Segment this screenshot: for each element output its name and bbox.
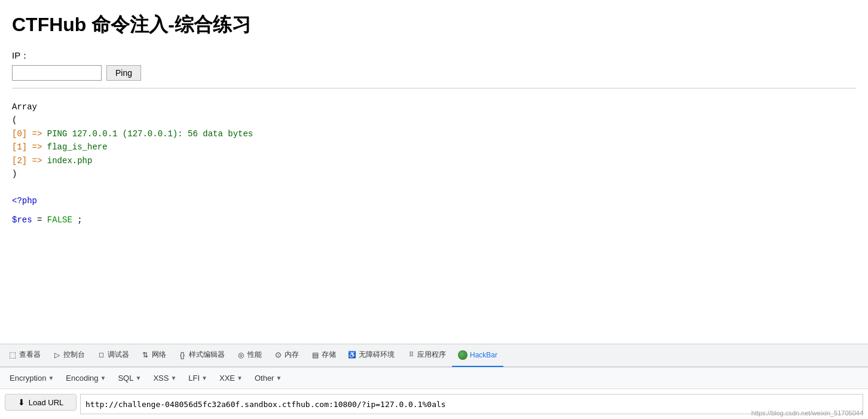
ip-label: IP： bbox=[12, 50, 856, 62]
index-1-key: [1] => bbox=[12, 142, 47, 152]
index-2-val: index.php bbox=[47, 156, 93, 166]
open-paren: ( bbox=[12, 115, 17, 125]
output-line-6: ) bbox=[12, 167, 856, 181]
page-title: CTFHub 命令注入-综合练习 bbox=[12, 12, 856, 38]
output-line-1: Array bbox=[12, 100, 856, 114]
output-line-5: [2] => index.php bbox=[12, 154, 856, 167]
php-section: <?php $res = FALSE ; bbox=[12, 196, 856, 225]
php-res-var: $res bbox=[12, 215, 32, 225]
index-0-val: PING 127.0.0.1 (127.0.0.1): 56 data byte… bbox=[47, 129, 253, 139]
php-semicolon: ; bbox=[77, 215, 82, 225]
php-false-val: FALSE bbox=[47, 215, 72, 225]
close-paren: ) bbox=[12, 169, 17, 179]
divider bbox=[12, 88, 856, 88]
index-1-val: flag_is_here bbox=[47, 142, 108, 152]
index-0-key: [0] => bbox=[12, 129, 47, 139]
ip-input[interactable] bbox=[12, 65, 102, 81]
php-tag-line: <?php bbox=[12, 196, 856, 206]
php-code-line: $res = FALSE ; bbox=[12, 215, 856, 225]
main-content: CTFHub 命令注入-综合练习 IP： Ping Array ( [0] =>… bbox=[0, 0, 868, 231]
output-line-4: [1] => flag_is_here bbox=[12, 140, 856, 154]
index-2-key: [2] => bbox=[12, 156, 47, 166]
output-line-2: ( bbox=[12, 114, 856, 127]
array-keyword: Array bbox=[12, 102, 37, 112]
ip-form: Ping bbox=[12, 65, 856, 81]
ping-button[interactable]: Ping bbox=[106, 65, 141, 81]
php-equals: = bbox=[37, 215, 47, 225]
php-open-tag: <?php bbox=[12, 196, 37, 206]
output-line-3: [0] => PING 127.0.0.1 (127.0.0.1): 56 da… bbox=[12, 127, 856, 140]
output-area: Array ( [0] => PING 127.0.0.1 (127.0.0.1… bbox=[12, 94, 856, 186]
